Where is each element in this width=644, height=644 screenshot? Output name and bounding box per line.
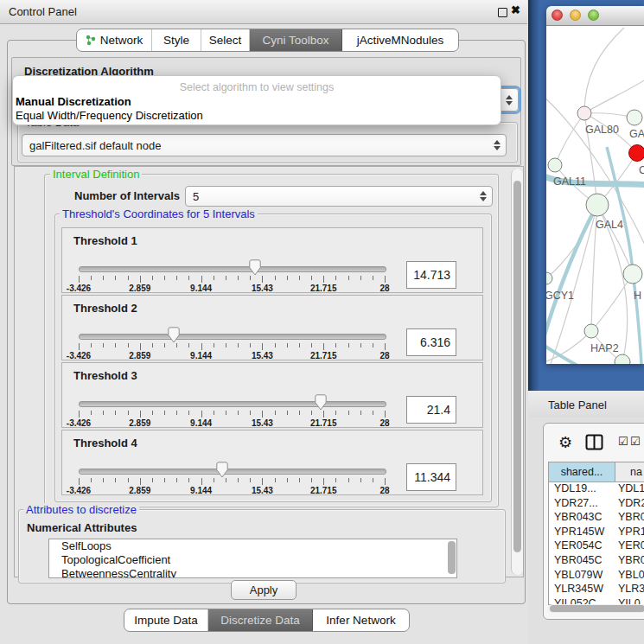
- minor-tick: [360, 411, 361, 415]
- tick-label: 15.43: [252, 351, 273, 360]
- column-header-name[interactable]: na: [615, 462, 644, 481]
- slider-thumb[interactable]: [315, 394, 327, 411]
- tab-cyni-toolbox[interactable]: Cyni Toolbox: [250, 29, 342, 51]
- cell-name[interactable]: YER0: [615, 539, 644, 554]
- network-node[interactable]: [584, 324, 598, 338]
- tick-label: 28: [379, 351, 389, 360]
- popup-option-manual[interactable]: Manual Discretization: [16, 95, 131, 108]
- cell-name[interactable]: YLR3: [615, 583, 644, 597]
- table-row[interactable]: YER054CYER0: [549, 539, 644, 554]
- network-node[interactable]: [615, 354, 630, 364]
- attribute-item[interactable]: SelfLoops: [49, 539, 456, 553]
- slider-track[interactable]: [79, 469, 386, 475]
- cell-name[interactable]: YDL1: [615, 482, 644, 497]
- popup-option-equal-width[interactable]: Equal Width/Frequency Discretization: [16, 109, 203, 122]
- minor-tick: [335, 343, 336, 348]
- minor-tick: [348, 411, 349, 415]
- tab-network-label: Network: [100, 34, 143, 47]
- tab-discretize-data[interactable]: Discretize Data: [208, 609, 313, 631]
- table-hscrollbar-track[interactable]: [548, 604, 644, 613]
- attributes-scrollbar[interactable]: [448, 541, 456, 574]
- network-window-titlebar[interactable]: [546, 6, 644, 26]
- tab-cyni-toolbox-label: Cyni Toolbox: [262, 34, 328, 47]
- cell-shared-name[interactable]: YLR345W: [549, 583, 615, 597]
- network-node[interactable]: [586, 194, 609, 216]
- table-row[interactable]: YDL19...YDL1: [549, 482, 644, 497]
- cell-shared-name[interactable]: YER054C: [549, 539, 615, 554]
- table-data-combobox[interactable]: galFiltered.sif default node: [22, 134, 507, 156]
- table-panel-titlebar: Table Panel: [528, 391, 644, 418]
- slider-track[interactable]: [79, 401, 386, 407]
- close-icon[interactable]: ✖: [511, 3, 520, 16]
- cell-shared-name[interactable]: YPR145W: [549, 526, 615, 540]
- column-header-shared-name[interactable]: shared...: [549, 462, 615, 481]
- slider-track[interactable]: [79, 334, 386, 340]
- zoom-traffic-icon[interactable]: [588, 10, 599, 21]
- network-node[interactable]: [627, 110, 642, 125]
- threshold-value-field[interactable]: 21.4: [406, 396, 456, 424]
- minor-tick: [311, 411, 312, 415]
- tab-infer-network[interactable]: Infer Network: [313, 609, 409, 631]
- settings-scrollbar-thumb[interactable]: [513, 181, 521, 552]
- slider-thumb[interactable]: [249, 259, 261, 276]
- table-row[interactable]: YBR045CYBR0: [549, 554, 644, 569]
- tab-network[interactable]: Network: [77, 29, 152, 51]
- number-of-intervals-label: Number of Intervals: [74, 189, 180, 202]
- threshold-value-field[interactable]: 14.713: [406, 261, 456, 289]
- checkbox-checked-icon[interactable]: ☑: [618, 435, 628, 448]
- numerical-attributes-list[interactable]: SelfLoopsTopologicalCoefficientBetweenne…: [48, 539, 457, 578]
- checkbox-checked-icon[interactable]: ☑: [630, 435, 641, 448]
- cell-shared-name[interactable]: YDR27...: [549, 497, 615, 512]
- settings-scrollbar-track[interactable]: [511, 169, 523, 575]
- network-node[interactable]: [629, 145, 644, 162]
- cell-shared-name[interactable]: YBR043C: [549, 511, 615, 526]
- minor-tick: [238, 411, 239, 415]
- tab-jactivemnodules[interactable]: jActiveMNodules: [342, 29, 458, 51]
- minor-tick: [238, 478, 239, 482]
- threshold-value-field[interactable]: 11.344: [406, 463, 456, 491]
- network-canvas[interactable]: GAL80GACGAL11GAL4GCY1HHAP2: [546, 26, 644, 364]
- slider-track[interactable]: [79, 266, 386, 272]
- split-columns-icon[interactable]: [585, 434, 603, 450]
- network-node[interactable]: [548, 158, 562, 172]
- minor-tick: [299, 343, 300, 348]
- minor-tick: [176, 343, 177, 348]
- apply-button[interactable]: Apply: [231, 580, 296, 600]
- tick-label: 28: [379, 284, 389, 293]
- slider-thumb[interactable]: [216, 462, 228, 478]
- cell-name[interactable]: YBR0: [615, 511, 644, 526]
- tick-label: -3.426: [67, 418, 91, 428]
- attribute-item[interactable]: TopologicalCoefficient: [49, 553, 456, 567]
- cell-name[interactable]: YDR2: [615, 497, 644, 512]
- slider-thumb[interactable]: [168, 327, 180, 343]
- minor-tick: [214, 478, 214, 482]
- threshold-value-field[interactable]: 6.316: [406, 328, 456, 356]
- cell-shared-name[interactable]: YBL079W: [549, 569, 615, 583]
- table-hscrollbar-thumb[interactable]: [550, 605, 644, 612]
- network-node[interactable]: [623, 265, 642, 284]
- major-tick: [385, 343, 386, 350]
- cell-name[interactable]: YBL0: [615, 569, 644, 583]
- table-row[interactable]: YLR345WYLR3: [549, 583, 644, 597]
- number-of-intervals-combobox[interactable]: 5: [185, 186, 493, 207]
- cell-shared-name[interactable]: YBR045C: [549, 554, 615, 569]
- minor-tick: [360, 343, 361, 348]
- table-row[interactable]: YBL079WYBL0: [549, 569, 644, 583]
- table-row[interactable]: YBR043CYBR0: [549, 511, 644, 526]
- float-window-icon[interactable]: [498, 8, 507, 17]
- tab-style[interactable]: Style: [152, 29, 201, 51]
- interval-definition-title: Interval Definition: [50, 168, 142, 181]
- close-traffic-icon[interactable]: [552, 10, 563, 21]
- attribute-item[interactable]: BetweennessCentrality: [49, 567, 456, 578]
- gear-icon[interactable]: ⚙: [558, 433, 572, 452]
- cell-name[interactable]: YBR0: [615, 554, 644, 569]
- cell-name[interactable]: YPR1: [615, 526, 644, 540]
- table-row[interactable]: YDR27...YDR2: [549, 497, 644, 512]
- cell-shared-name[interactable]: YDL19...: [549, 482, 615, 497]
- tab-impute-data[interactable]: Impute Data: [124, 609, 208, 631]
- minor-tick: [275, 276, 276, 280]
- tab-select[interactable]: Select: [201, 29, 250, 51]
- minimize-traffic-icon[interactable]: [570, 10, 581, 21]
- network-node[interactable]: [577, 106, 591, 120]
- table-row[interactable]: YPR145WYPR1: [549, 526, 644, 540]
